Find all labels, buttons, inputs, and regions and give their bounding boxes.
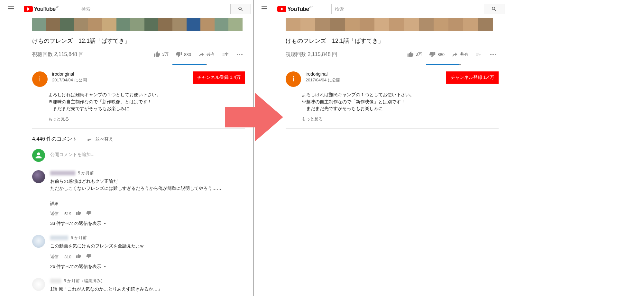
commenter-name-blurred <box>50 171 75 175</box>
video-title: けものフレンズ 12.1話「ばすてき」 <box>32 37 245 45</box>
thumb-up-icon <box>76 210 81 216</box>
comment-likes: 310 <box>64 254 71 259</box>
channel-avatar[interactable]: i <box>286 71 301 87</box>
comment-dislike-button[interactable] <box>86 210 91 217</box>
comment-date: 5 か月前（編集済み） <box>64 278 105 284</box>
commenter-avatar[interactable] <box>32 278 45 291</box>
search-button[interactable] <box>484 4 504 14</box>
commenter-name-blurred <box>50 236 68 240</box>
comment-date: 5 か月前 <box>78 170 94 176</box>
commenter-avatar[interactable] <box>32 170 45 183</box>
subscribe-button[interactable]: チャンネル登録 1.4万 <box>446 71 499 84</box>
pane-before: YouTube JP けものフレンズ 12.1話「ばすてき」 視聴回数 2,11… <box>0 0 253 296</box>
sort-icon <box>87 136 93 143</box>
canvas-filler <box>506 0 644 296</box>
subscribe-button[interactable]: チャンネル登録 1.4万 <box>193 71 245 84</box>
like-button[interactable]: 3万 <box>404 49 425 60</box>
thumb-down-icon <box>86 254 91 259</box>
comment-text: この動画を気にけものフレンズを全話見たよw <box>50 243 245 250</box>
thumb-up-icon <box>154 51 160 58</box>
search-button[interactable] <box>230 4 251 14</box>
view-count: 視聴回数 2,115,848 回 <box>286 51 337 58</box>
person-icon <box>34 151 43 160</box>
video-thumbnail <box>32 18 245 31</box>
region-code: JP <box>56 5 59 8</box>
save-button[interactable] <box>219 49 234 60</box>
comment-likes: 519 <box>64 211 71 216</box>
channel-name[interactable]: irodoriginal <box>52 71 193 77</box>
comment-dislike-button[interactable] <box>86 254 91 260</box>
comment-read-more[interactable]: 詳細 <box>50 201 245 207</box>
video-title: けものフレンズ 12.1話「ばすてき」 <box>286 37 499 45</box>
dislike-button[interactable]: 880 <box>426 49 448 60</box>
comment-item: 5 か月前 お前らの感想はどれもクソ正論だ ただかしこくないフレンズには難しすぎ… <box>0 162 253 227</box>
video-thumbnail <box>286 18 499 31</box>
publish-date: 2017/04/04 に公開 <box>52 77 193 83</box>
search-icon <box>238 6 244 12</box>
masthead: YouTube JP <box>253 0 506 18</box>
comment-item: 5 か月前（編集済み） 1話 俺「これが人気なのか…とりあえず続きみるか…」 <box>0 270 253 293</box>
commenter-avatar[interactable] <box>32 235 45 248</box>
playlist-add-icon <box>475 51 482 58</box>
reply-button[interactable]: 返信 <box>50 254 59 260</box>
more-actions-button[interactable] <box>488 51 499 58</box>
video-description: よろしければ難民キャンプの１つとしてお使い下さい。 ※趣味の自主制作なので「新作… <box>0 87 253 112</box>
user-avatar[interactable] <box>32 149 45 162</box>
share-icon <box>198 51 205 58</box>
comment-like-button[interactable] <box>76 210 81 217</box>
share-button[interactable]: 共有 <box>195 49 218 60</box>
view-replies-button[interactable]: 33 件すべての返信を表示 <box>50 221 245 227</box>
show-more-button[interactable]: もっと見る <box>253 112 506 122</box>
thumb-down-icon <box>86 210 91 216</box>
sentiment-bar <box>286 60 499 60</box>
like-button[interactable]: 3万 <box>151 49 172 60</box>
youtube-logo[interactable]: YouTube JP <box>277 6 313 13</box>
comment-like-button[interactable] <box>76 254 81 260</box>
thumb-down-icon <box>176 51 182 58</box>
search-input[interactable] <box>78 4 230 14</box>
thumb-up-icon <box>76 254 81 259</box>
comment-text: 1話 俺「これが人気なのか…とりあえず続きみるか…」 <box>50 286 245 293</box>
menu-button[interactable] <box>261 5 268 14</box>
reply-button[interactable]: 返信 <box>50 211 59 217</box>
dislike-button[interactable]: 880 <box>172 49 194 60</box>
sort-button[interactable]: 並べ替え <box>87 136 113 143</box>
chevron-down-icon <box>103 221 107 226</box>
sentiment-bar <box>32 60 245 60</box>
comment-date: 5 か月前 <box>71 235 87 241</box>
search-input[interactable] <box>331 4 484 14</box>
video-description: よろしければ難民キャンプの１つとしてお使い下さい。 ※趣味の自主制作なので「新作… <box>253 87 506 112</box>
chevron-down-icon <box>103 264 107 269</box>
menu-button[interactable] <box>7 5 15 14</box>
thumb-up-icon <box>407 51 414 58</box>
view-count: 視聴回数 2,115,848 回 <box>32 51 84 58</box>
region-code: JP <box>309 5 313 8</box>
pane-after: YouTube JP けものフレンズ 12.1話「ばすてき」 視聴回数 2,11… <box>253 0 506 296</box>
commenter-name-blurred <box>50 279 61 283</box>
publish-date: 2017/04/04 に公開 <box>306 77 446 83</box>
youtube-logo[interactable]: YouTube JP <box>24 6 59 13</box>
show-more-button[interactable]: もっと見る <box>0 112 253 122</box>
channel-name[interactable]: irodoriginal <box>306 71 446 77</box>
comment-item: 5 か月前 この動画を気にけものフレンズを全話見たよw 返信 310 26 件す… <box>0 227 253 270</box>
masthead: YouTube JP <box>0 0 253 18</box>
empty-comments-area <box>253 129 506 270</box>
more-actions-button[interactable] <box>234 51 245 58</box>
share-button[interactable]: 共有 <box>448 49 472 60</box>
view-replies-button[interactable]: 26 件すべての返信を表示 <box>50 264 245 270</box>
playlist-add-icon <box>222 51 228 58</box>
share-icon <box>452 51 458 58</box>
save-button[interactable] <box>472 49 487 60</box>
thumb-down-icon <box>429 51 436 58</box>
channel-avatar[interactable]: i <box>32 71 48 87</box>
comment-text: お前らの感想はどれもクソ正論だ ただかしこくないフレンズには難しすぎるだろうから… <box>50 178 245 192</box>
search-icon <box>491 6 497 12</box>
add-comment-input[interactable]: 公開コメントを追加... <box>50 152 245 159</box>
comment-count: 4,446 件のコメント <box>32 136 77 143</box>
